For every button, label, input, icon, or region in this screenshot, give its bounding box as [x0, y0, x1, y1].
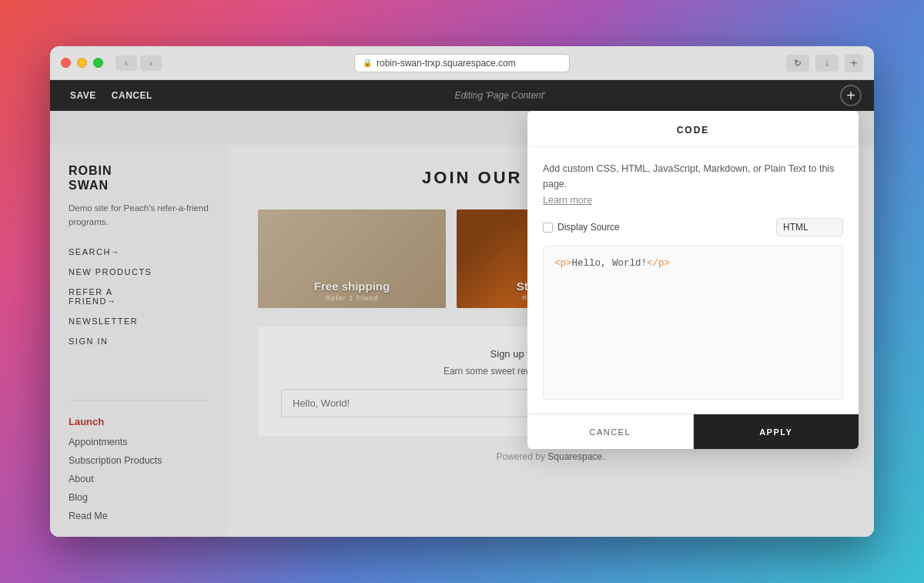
modal-header: CODE — [527, 111, 859, 147]
modal-overlay: CODE Add custom CSS, HTML, JavaScript, M… — [50, 80, 874, 537]
language-selector-wrapper: HTML JavaScript CSS Markdown Plain Text — [776, 218, 843, 236]
traffic-lights — [61, 58, 103, 68]
url-text: robin-swan-trxp.squarespace.com — [377, 58, 516, 69]
back-button[interactable]: ‹ — [116, 55, 137, 71]
close-button[interactable] — [61, 58, 71, 68]
learn-more-link[interactable]: Learn more — [543, 195, 843, 206]
display-source-checkbox[interactable] — [543, 223, 553, 233]
code-close-tag: </p> — [647, 258, 670, 269]
modal-body: Add custom CSS, HTML, JavaScript, Markdo… — [527, 147, 859, 414]
modal-apply-button[interactable]: APPLY — [694, 414, 859, 449]
url-input[interactable]: 🔒 robin-swan-trxp.squarespace.com — [354, 54, 570, 72]
new-tab-button[interactable]: + — [845, 54, 863, 72]
modal-footer: CANCEL APPLY — [527, 414, 859, 449]
code-text-content: Hello, World! — [572, 258, 648, 269]
titlebar: ‹ › 🔒 robin-swan-trxp.squarespace.com ↻ … — [50, 46, 874, 80]
modal-description: Add custom CSS, HTML, JavaScript, Markdo… — [543, 161, 843, 192]
download-button[interactable]: ↓ — [815, 55, 839, 72]
language-select[interactable]: HTML JavaScript CSS Markdown Plain Text — [776, 218, 843, 236]
lock-icon: 🔒 — [363, 59, 372, 67]
toolbar-right: ↻ ↓ + — [786, 54, 863, 72]
modal-source-row: Display Source HTML JavaScript CSS Markd… — [543, 218, 843, 236]
forward-button[interactable]: › — [140, 55, 162, 71]
maximize-button[interactable] — [93, 58, 103, 68]
address-bar: 🔒 robin-swan-trxp.squarespace.com — [354, 54, 570, 72]
code-editor[interactable]: <p>Hello, World!</p> — [543, 246, 843, 400]
code-open-tag: <p> — [554, 258, 572, 269]
minimize-button[interactable] — [77, 58, 87, 68]
display-source-label: Display Source — [543, 222, 620, 233]
code-modal: CODE Add custom CSS, HTML, JavaScript, M… — [527, 111, 859, 449]
modal-title: CODE — [543, 125, 843, 136]
browser-window: ‹ › 🔒 robin-swan-trxp.squarespace.com ↻ … — [50, 46, 874, 537]
modal-cancel-button[interactable]: CANCEL — [527, 414, 694, 449]
refresh-button[interactable]: ↻ — [786, 55, 809, 72]
nav-arrows: ‹ › — [116, 55, 162, 71]
